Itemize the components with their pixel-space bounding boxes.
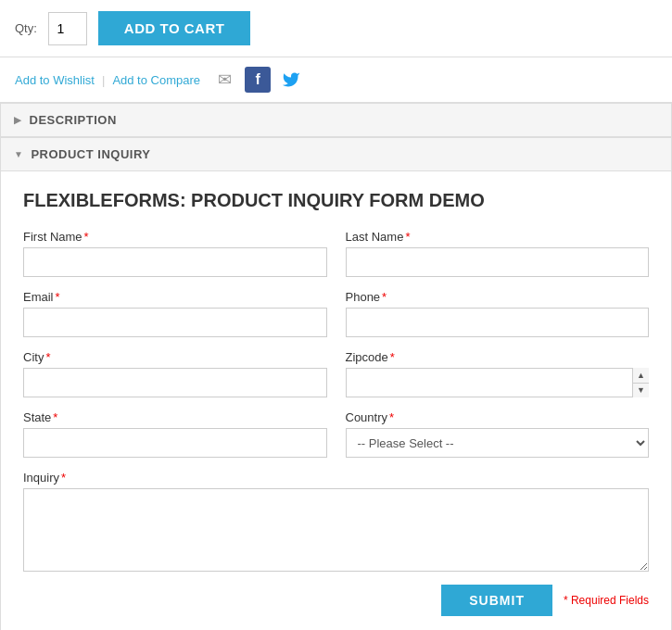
zipcode-up-arrow[interactable]: ▲ — [633, 368, 649, 384]
description-arrow: ▶ — [14, 115, 22, 125]
inquiry-required: * — [61, 471, 66, 485]
state-label: State* — [23, 410, 327, 424]
qty-input[interactable] — [48, 12, 87, 45]
city-label: City* — [23, 350, 327, 364]
last-name-group: Last Name* — [346, 230, 650, 277]
state-group: State* — [23, 410, 327, 458]
country-label: Country* — [346, 410, 650, 424]
twitter-icon[interactable] — [278, 67, 304, 93]
zipcode-arrows: ▲ ▼ — [632, 368, 649, 397]
description-section: ▶ DESCRIPTION — [0, 103, 672, 138]
product-inquiry-arrow: ▼ — [14, 149, 23, 159]
phone-group: Phone* — [346, 290, 650, 337]
separator: | — [102, 73, 105, 87]
phone-label: Phone* — [346, 290, 650, 304]
name-row: First Name* Last Name* — [23, 230, 649, 277]
first-name-input[interactable] — [23, 247, 327, 277]
first-name-label: First Name* — [23, 230, 327, 244]
state-country-row: State* Country* -- Please Select -- Unit… — [23, 410, 649, 458]
country-required: * — [389, 410, 394, 424]
last-name-required: * — [405, 230, 410, 244]
add-to-wishlist-link[interactable]: Add to Wishlist — [15, 73, 95, 87]
add-to-compare-link[interactable]: Add to Compare — [112, 73, 200, 87]
facebook-icon[interactable]: f — [245, 67, 271, 93]
zipcode-required: * — [390, 350, 395, 364]
product-inquiry-section: ▼ PRODUCT INQUIRY FLEXIBLEFORMS: PRODUCT… — [0, 138, 672, 630]
zipcode-wrapper: ▲ ▼ — [346, 368, 650, 397]
inquiry-row: Inquiry* — [23, 471, 649, 572]
email-required: * — [56, 290, 60, 304]
social-bar: Add to Wishlist | Add to Compare ✉ f — [0, 57, 672, 103]
first-name-group: First Name* — [23, 230, 327, 277]
last-name-label: Last Name* — [346, 230, 650, 244]
social-icons: ✉ f — [211, 67, 304, 93]
last-name-input[interactable] — [346, 247, 650, 277]
inquiry-textarea[interactable] — [23, 488, 649, 572]
product-inquiry-header[interactable]: ▼ PRODUCT INQUIRY — [1, 138, 671, 171]
email-input[interactable] — [23, 308, 327, 337]
country-group: Country* -- Please Select -- United Stat… — [346, 410, 650, 458]
qty-label: Qty: — [15, 21, 37, 35]
country-select[interactable]: -- Please Select -- United States United… — [346, 428, 650, 458]
inquiry-label: Inquiry* — [23, 471, 649, 485]
inquiry-group: Inquiry* — [23, 471, 649, 572]
zipcode-down-arrow[interactable]: ▼ — [633, 384, 649, 398]
submit-button[interactable]: SUBMIT — [441, 585, 552, 616]
state-required: * — [53, 410, 57, 424]
state-input[interactable] — [23, 428, 327, 458]
product-inquiry-label: PRODUCT INQUIRY — [31, 147, 150, 161]
add-to-cart-button[interactable]: ADD TO CART — [98, 11, 251, 45]
email-group: Email* — [23, 290, 327, 337]
city-group: City* — [23, 350, 327, 397]
zipcode-input[interactable] — [346, 368, 650, 397]
city-zip-row: City* Zipcode* ▲ ▼ — [23, 350, 649, 397]
description-header[interactable]: ▶ DESCRIPTION — [1, 104, 671, 137]
city-required: * — [45, 350, 50, 364]
phone-input[interactable] — [346, 308, 650, 337]
zipcode-group: Zipcode* ▲ ▼ — [346, 350, 650, 397]
first-name-required: * — [84, 230, 89, 244]
submit-row: SUBMIT * Required Fields — [23, 585, 649, 616]
email-phone-row: Email* Phone* — [23, 290, 649, 337]
phone-required: * — [382, 290, 387, 304]
city-input[interactable] — [23, 368, 327, 397]
description-label: DESCRIPTION — [30, 113, 117, 127]
email-label: Email* — [23, 290, 327, 304]
form-title: FLEXIBLEFORMS: PRODUCT INQUIRY FORM DEMO — [23, 190, 649, 211]
top-bar: Qty: ADD TO CART — [0, 0, 672, 57]
required-note: * Required Fields — [564, 594, 649, 607]
zipcode-label: Zipcode* — [346, 350, 650, 364]
email-icon[interactable]: ✉ — [211, 67, 237, 93]
inquiry-form-content: FLEXIBLEFORMS: PRODUCT INQUIRY FORM DEMO… — [1, 171, 671, 630]
